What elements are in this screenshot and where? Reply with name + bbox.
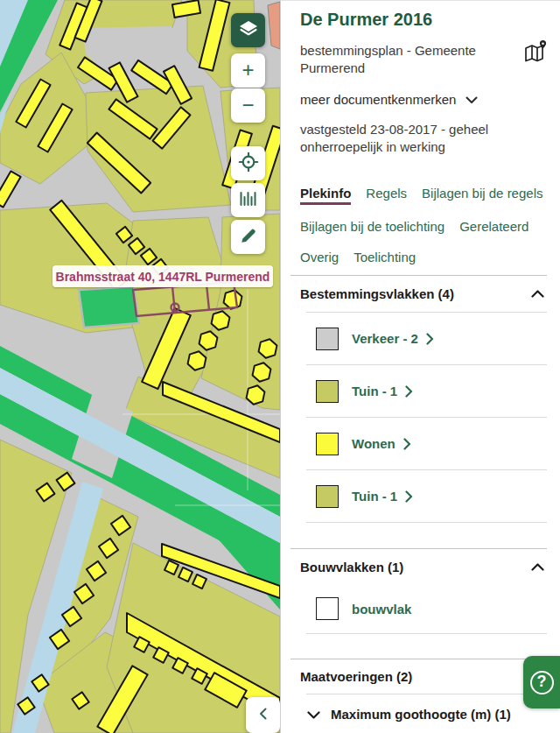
zone-link[interactable]: bouwvlak bbox=[352, 602, 411, 617]
zone-link[interactable]: Tuin - 1 bbox=[352, 489, 413, 504]
zone-link[interactable]: Wonen bbox=[352, 436, 411, 451]
draw-button[interactable] bbox=[231, 220, 265, 254]
app-window: Brahmsstraat 40, 1447RL Purmerend + − bbox=[0, 0, 560, 733]
plan-status: vastgesteld 23-08-2017 - geheel onherroe… bbox=[300, 121, 519, 156]
chevron-down-icon bbox=[466, 92, 478, 107]
plus-icon: + bbox=[242, 60, 254, 81]
chevron-right-icon bbox=[403, 438, 411, 450]
page-title: De Purmer 2016 bbox=[300, 8, 548, 31]
chevron-right-icon bbox=[405, 490, 413, 503]
panel-tabs: Plekinfo Regels Bijlagen bij de regels B… bbox=[300, 186, 553, 266]
section-bouwvlakken-header[interactable]: Bouwvlakken (1) bbox=[300, 549, 544, 584]
layers-button[interactable] bbox=[231, 13, 265, 47]
minus-icon: − bbox=[242, 95, 254, 116]
locate-icon bbox=[238, 152, 259, 176]
help-icon: ? bbox=[530, 671, 554, 694]
locate-button[interactable] bbox=[231, 146, 265, 180]
zone-label: bouwvlak bbox=[352, 602, 411, 617]
tab-overig[interactable]: Overig bbox=[300, 250, 339, 266]
section-bestemmingsvlakken-header[interactable]: Bestemmingsvlakken (4) bbox=[300, 276, 544, 312]
zone-label: Verkeer - 2 bbox=[352, 331, 418, 346]
tab-gerelateerd[interactable]: Gerelateerd bbox=[459, 219, 528, 236]
tab-bijlagen-regels[interactable]: Bijlagen bij de regels bbox=[422, 186, 542, 205]
map-location-icon[interactable] bbox=[524, 39, 549, 67]
measure-icon bbox=[238, 190, 259, 211]
zone-link[interactable]: Verkeer - 2 bbox=[352, 331, 434, 346]
chevron-right-icon bbox=[426, 333, 434, 345]
chevron-left-icon bbox=[258, 707, 269, 724]
section-maatvoeringen-header[interactable]: Maatvoeringen (2) bbox=[300, 659, 544, 694]
legend-item-verkeer: Verkeer - 2 bbox=[316, 313, 560, 364]
plan-subtitle: bestemmingsplan - Gemeente Purmerend bbox=[300, 42, 510, 77]
zone-color-swatch bbox=[316, 380, 339, 403]
plan-details-panel: De Purmer 2016 bestemmingsplan - Gemeent… bbox=[280, 0, 560, 733]
zone-link[interactable]: Tuin - 1 bbox=[352, 384, 413, 398]
legend-item-tuin-1: Tuin - 1 bbox=[316, 365, 560, 417]
section-title: Maatvoeringen (2) bbox=[300, 669, 412, 684]
zoom-in-button[interactable]: + bbox=[231, 53, 265, 88]
more-link-label: meer documentkenmerken bbox=[300, 92, 456, 107]
divider bbox=[306, 633, 547, 634]
tab-regels[interactable]: Regels bbox=[366, 186, 407, 205]
collapse-panel-button[interactable] bbox=[246, 697, 280, 733]
tab-plekinfo[interactable]: Plekinfo bbox=[300, 186, 351, 205]
tab-toelichting[interactable]: Toelichting bbox=[354, 250, 416, 266]
pencil-icon bbox=[238, 225, 259, 250]
zone-label: Tuin - 1 bbox=[352, 384, 397, 398]
more-document-details-link[interactable]: meer documentkenmerken bbox=[300, 92, 478, 107]
zone-color-swatch bbox=[316, 328, 339, 350]
legend-item-wonen: Wonen bbox=[316, 418, 560, 469]
chevron-down-icon bbox=[307, 707, 320, 722]
divider bbox=[306, 522, 547, 523]
maatvoering-label: Maximum goothoogte (m) (1) bbox=[331, 707, 511, 722]
chevron-up-icon[interactable] bbox=[531, 563, 544, 571]
maatvoering-row-goothoogte[interactable]: Maximum goothoogte (m) (1) bbox=[307, 694, 560, 733]
help-button[interactable]: ? bbox=[523, 656, 560, 708]
legend-item-bouwvlak: bouwvlak bbox=[316, 584, 560, 633]
zone-label: Tuin - 1 bbox=[352, 489, 397, 504]
tab-bijlagen-toelichting[interactable]: Bijlagen bij de toelichting bbox=[300, 219, 444, 236]
layers-icon bbox=[239, 20, 258, 41]
address-label: Brahmsstraat 40, 1447RL Purmerend bbox=[52, 265, 273, 287]
legend-item-tuin-2: Tuin - 1 bbox=[316, 470, 560, 522]
zoom-out-button[interactable]: − bbox=[231, 88, 265, 123]
section-title: Bestemmingsvlakken (4) bbox=[300, 286, 454, 301]
chevron-right-icon bbox=[405, 385, 413, 398]
zone-color-swatch bbox=[316, 597, 339, 620]
section-title: Bouwvlakken (1) bbox=[300, 560, 403, 574]
zoning-map[interactable]: Brahmsstraat 40, 1447RL Purmerend + − bbox=[0, 0, 280, 733]
zone-color-swatch bbox=[316, 485, 339, 508]
zone-label: Wonen bbox=[352, 436, 396, 451]
zone-color-swatch bbox=[316, 433, 339, 455]
measure-button[interactable] bbox=[231, 183, 265, 217]
chevron-up-icon[interactable] bbox=[531, 290, 544, 298]
park-area bbox=[79, 286, 139, 328]
